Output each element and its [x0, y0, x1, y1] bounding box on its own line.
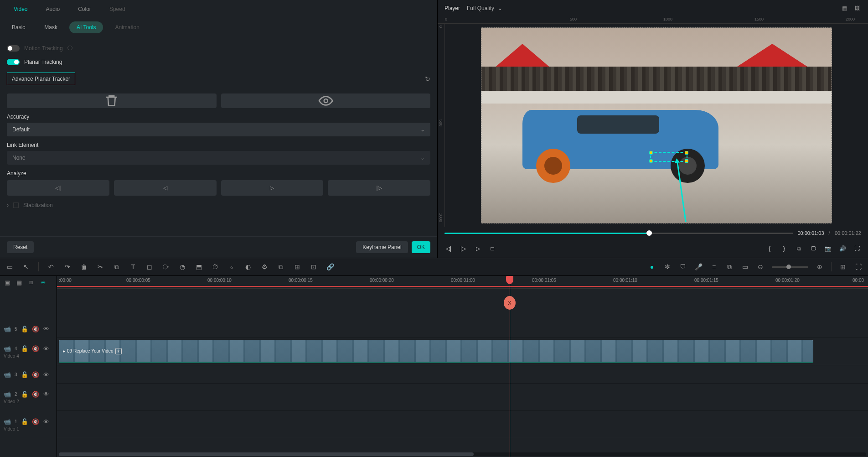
settings-icon[interactable]: ✼ [663, 263, 672, 271]
transition-icon[interactable]: ⧂ [162, 263, 170, 271]
step-back-button[interactable]: ◁| [444, 244, 453, 253]
time-ruler[interactable]: :00:00 00:00:00:05 00:00:00:10 00:00:00:… [57, 276, 868, 289]
analyze-forward-button[interactable]: ▷ [221, 180, 324, 196]
analyze-back-button[interactable]: ◁ [114, 180, 217, 196]
lock-icon[interactable]: 🔓 [21, 345, 28, 353]
motion-tracking-toggle[interactable] [7, 45, 20, 52]
lock-icon[interactable]: 🔓 [21, 371, 28, 378]
effects-icon[interactable]: ⬒ [195, 263, 203, 271]
monitor-icon[interactable]: 🖵 [809, 244, 817, 253]
ok-button[interactable]: OK [412, 241, 430, 253]
group-icon[interactable]: ⧉ [277, 263, 285, 271]
redo-icon[interactable]: ↷ [63, 263, 72, 271]
accuracy-select[interactable]: Default ⌄ [7, 123, 430, 136]
eye-icon[interactable]: 👁 [43, 418, 50, 426]
horizontal-scrollbar[interactable] [59, 452, 866, 456]
track-handle[interactable] [685, 151, 688, 155]
link-element-select[interactable]: None ⌄ [7, 151, 430, 165]
link-icon[interactable]: 🔗 [326, 263, 334, 271]
mute-icon[interactable]: 🔇 [32, 345, 39, 353]
delete-icon[interactable]: 🗑 [80, 263, 88, 271]
timeline-tracks[interactable]: :00:00 00:00:00:05 00:00:00:10 00:00:00:… [57, 276, 868, 457]
layout-icon[interactable]: ▦ [840, 4, 848, 12]
fullscreen-icon[interactable]: ⛶ [853, 244, 861, 253]
tab-video[interactable]: Video [5, 2, 36, 16]
scrub-track[interactable] [444, 233, 793, 234]
cut-icon[interactable]: ✂ [96, 263, 104, 271]
planar-track-box[interactable] [650, 152, 687, 162]
expand-icon[interactable]: ⛶ [854, 263, 863, 271]
select-tool-icon[interactable]: ▭ [5, 263, 14, 271]
zoom-out-icon[interactable]: ⊖ [756, 263, 765, 271]
list-icon[interactable]: ≡ [710, 263, 718, 271]
playhead-marker[interactable]: X [504, 296, 516, 310]
playhead-handle[interactable] [506, 276, 513, 284]
th-film-icon[interactable]: ▣ [4, 279, 11, 286]
magnetic-icon[interactable]: ● [648, 263, 656, 271]
compound-icon[interactable]: ⊞ [293, 263, 301, 271]
mute-icon[interactable]: 🔇 [32, 325, 39, 332]
reset-button[interactable]: Reset [7, 241, 34, 253]
scrub-head[interactable] [646, 230, 652, 236]
grid-icon[interactable]: ⊞ [839, 263, 847, 271]
marker-icon[interactable]: ▭ [741, 263, 749, 271]
eye-icon[interactable]: 👁 [43, 345, 50, 353]
stop-button[interactable]: □ [488, 244, 496, 253]
mask-icon[interactable]: ◔ [178, 263, 186, 271]
subtab-mask[interactable]: Mask [37, 21, 65, 33]
video-track-icon[interactable]: 📹 [4, 391, 11, 398]
brace-open-icon[interactable]: { [765, 244, 774, 253]
track-row-2[interactable] [57, 384, 868, 411]
planar-tracking-toggle[interactable] [7, 59, 20, 65]
cards-icon[interactable]: ⧉ [725, 263, 734, 271]
clip-video4[interactable]: ▸ 09 Replace Your Video ✳ [59, 340, 813, 363]
tab-audio[interactable]: Audio [36, 2, 69, 16]
analyze-back-all-button[interactable]: ◁| [7, 180, 109, 196]
lock-icon[interactable]: 🔓 [21, 391, 28, 398]
track-row-1[interactable] [57, 411, 868, 438]
lock-icon[interactable]: 🔓 [21, 418, 28, 426]
volume-icon[interactable]: 🔊 [838, 244, 847, 253]
image-icon[interactable]: 🖼 [853, 4, 861, 12]
undo-icon[interactable]: ↶ [47, 263, 55, 271]
subtab-ai-tools[interactable]: AI Tools [69, 21, 103, 33]
quality-select[interactable]: Full Quality ⌄ [467, 5, 502, 11]
text-icon[interactable]: T [129, 263, 137, 271]
brace-close-icon[interactable]: } [780, 244, 788, 253]
track-row-4[interactable]: ▸ 09 Replace Your Video ✳ [57, 338, 868, 365]
track-row-3[interactable] [57, 365, 868, 384]
track-row-5[interactable] [57, 320, 868, 338]
track-handle[interactable] [685, 159, 688, 163]
zoom-slider[interactable] [772, 266, 808, 268]
eye-icon[interactable]: 👁 [43, 391, 50, 398]
video-track-icon[interactable]: 📹 [4, 345, 11, 353]
mute-icon[interactable]: 🔇 [32, 371, 39, 378]
tracker-name-box[interactable]: Advance Planar Tracker [7, 73, 75, 85]
th-film2-icon[interactable]: ▤ [16, 279, 23, 286]
ratio-icon[interactable]: ⧉ [795, 244, 803, 253]
video-track-icon[interactable]: 📹 [4, 371, 11, 378]
render-icon[interactable]: ⊡ [310, 263, 318, 271]
keyframe-panel-button[interactable]: Keyframe Panel [356, 241, 408, 253]
mic-icon[interactable]: 🎤 [694, 263, 703, 271]
speed-icon[interactable]: ⏱ [211, 263, 219, 271]
analyze-forward-all-button[interactable]: |▷ [328, 180, 430, 196]
mute-icon[interactable]: 🔇 [32, 391, 39, 398]
delete-tracker-button[interactable] [7, 93, 217, 108]
crop-icon[interactable]: ⧉ [113, 263, 121, 271]
cursor-tool-icon[interactable]: ↖ [22, 263, 30, 271]
color-icon[interactable]: ◐ [244, 263, 252, 271]
track-handle[interactable] [649, 151, 653, 155]
scrollbar-thumb[interactable] [59, 452, 474, 456]
eye-icon[interactable]: 👁 [43, 325, 50, 332]
track-handle[interactable] [649, 159, 653, 163]
lock-icon[interactable]: 🔓 [21, 325, 28, 332]
eye-icon[interactable]: 👁 [43, 371, 50, 378]
clip-fx-icon[interactable]: ✳ [115, 348, 122, 354]
play-button[interactable]: ▷ [474, 244, 482, 253]
step-forward-button[interactable]: |▷ [459, 244, 467, 253]
subtab-basic[interactable]: Basic [5, 21, 32, 33]
th-link-icon[interactable]: ⧈ [27, 279, 35, 286]
snapshot-icon[interactable]: 📷 [824, 244, 832, 253]
preview-canvas[interactable] [445, 24, 868, 227]
